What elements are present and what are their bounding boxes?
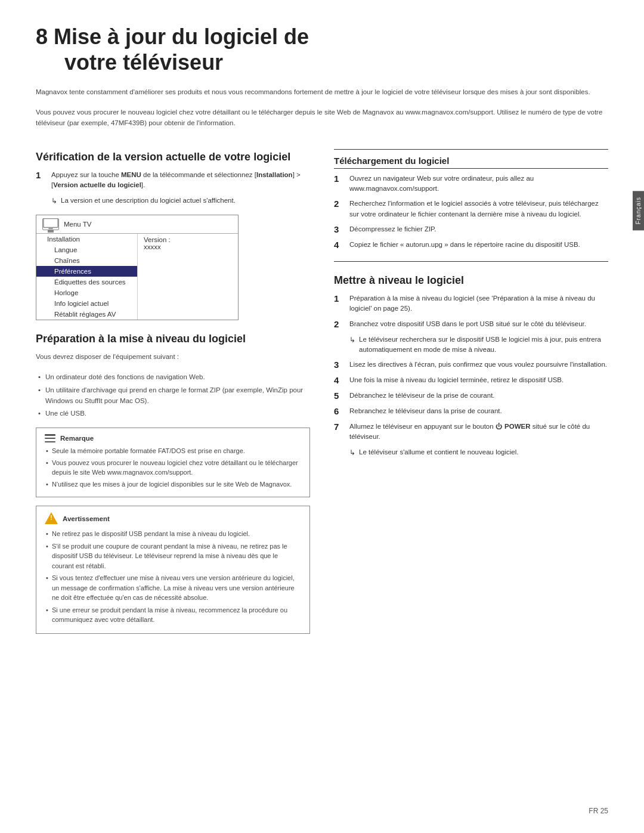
tv-icon (42, 218, 59, 230)
note-header: Remarque (45, 434, 301, 442)
warning-header: ! Avertissement (45, 512, 301, 525)
prep-bullet-2: Une clé USB. (36, 408, 310, 419)
verification-arrow-text: La version et une description du logicie… (61, 196, 236, 206)
tv-menu-header: Menu TV (36, 215, 238, 234)
tv-version-label: Version : (144, 236, 232, 243)
section-telechargement-title: Téléchargement du logiciel (334, 156, 608, 169)
tv-menu-item-6: Rétablit réglages AV (36, 309, 137, 320)
warning-box: ! Avertissement Ne retirez pas le dispos… (36, 506, 310, 634)
warning-label: Avertissement (63, 515, 110, 522)
tv-menu-item-5: Info logiciel actuel (36, 298, 137, 309)
mn-step-1: 1 Préparation à la mise à niveau du logi… (334, 293, 608, 314)
arrow-symbol: ↳ (51, 196, 57, 206)
verification-arrow-line: ↳ La version et une description du logic… (51, 196, 310, 206)
svg-rect-1 (48, 228, 52, 229)
warning-item-2: Si vous tentez d'effectuer une mise à ni… (45, 573, 301, 603)
note-list: Seule la mémoire portable formatée FAT/D… (45, 446, 301, 489)
tv-submenu-label: Installation (36, 234, 137, 244)
verification-steps: 1 Appuyez sur la touche MENU de la téléc… (36, 170, 310, 191)
note-item-1: Vous pouvez vous procurer le nouveau log… (45, 458, 301, 478)
mn-step1-text: Préparation à la mise à niveau du logici… (349, 293, 608, 314)
tel-step4-text: Copiez le fichier « autorun.upg » dans l… (349, 240, 608, 250)
tv-menu-body: Installation Langue Chaînes Préférences … (36, 234, 238, 320)
tel-step-4: 4 Copiez le fichier « autorun.upg » dans… (334, 240, 608, 250)
left-column: Vérification de la version actuelle de v… (36, 138, 310, 642)
note-item-0: Seule la mémoire portable formatée FAT/D… (45, 446, 301, 456)
tv-menu-left-panel: Installation Langue Chaînes Préférences … (36, 234, 138, 320)
tv-menu-item-4: Horloge (36, 287, 137, 298)
verification-step1-text: Appuyez sur la touche MENU de la télécom… (51, 171, 301, 188)
tv-menu-header-label: Menu TV (64, 221, 91, 228)
mn-step5-text: Débranchez le téléviseur de la prise de … (349, 391, 608, 401)
svg-rect-0 (44, 218, 58, 227)
tel-step-2: 2 Recherchez l'information et le logicie… (334, 199, 608, 219)
section-preparation-title: Préparation à la mise à niveau du logici… (36, 332, 310, 346)
page-footer: FR 25 (589, 807, 608, 815)
mn-step2-text: Branchez votre dispositif USB dans le po… (349, 319, 608, 329)
tel-step-1: 1 Ouvrez un navigateur Web sur votre ord… (334, 174, 608, 194)
prep-bullet-1: Un utilitaire d'archivage qui prend en c… (36, 385, 310, 407)
tv-menu-item-0: Langue (36, 244, 137, 255)
verification-step-1: 1 Appuyez sur la touche MENU de la téléc… (36, 170, 310, 191)
mn-step3-text: Lisez les directives à l'écran, puis con… (349, 360, 608, 370)
note-label: Remarque (60, 435, 94, 442)
mn-step7-arrow: ↳ Le téléviseur s'allume et contient le … (349, 447, 608, 458)
warning-icon: ! (45, 512, 58, 525)
mn-step-4: 4 Une fois la mise à niveau du logiciel … (334, 375, 608, 386)
tv-menu-item-preferences: Préférences (36, 266, 137, 277)
warning-item-1: S'il se produit une coupure de courant p… (45, 541, 301, 571)
warning-item-0: Ne retirez pas le dispositif USB pendant… (45, 529, 301, 539)
page-title: 8 Mise à jour du logiciel de votre télév… (36, 24, 608, 75)
telechargement-steps: 1 Ouvrez un navigateur Web sur votre ord… (334, 174, 608, 250)
preparation-bullet-list: Un ordinateur doté des fonctions de navi… (36, 372, 310, 419)
mn-step-7: 7 Allumez le téléviseur en appuyant sur … (334, 422, 608, 442)
note-icon (45, 434, 55, 442)
tv-menu-right-panel: Version : xxxxx (138, 234, 238, 320)
mn-step-2: 2 Branchez votre dispositif USB dans le … (334, 319, 608, 330)
right-column: Téléchargement du logiciel 1 Ouvrez un n… (334, 138, 608, 642)
mn-step-5: 5 Débranchez le téléviseur de la prise d… (334, 391, 608, 401)
intro-para2: Vous pouvez vous procurer le nouveau log… (36, 107, 608, 129)
preparation-intro: Vous devrez disposer de l'équipement sui… (36, 352, 310, 363)
side-tab: Français (633, 191, 644, 230)
mn-step4-text: Une fois la mise à niveau du logiciel te… (349, 375, 608, 385)
mn-step2-arrow-text: Le téléviseur recherchera sur le disposi… (359, 335, 608, 355)
tv-menu-item-3: Édiquettes des sources (36, 277, 137, 287)
two-column-layout: Vérification de la version actuelle de v… (36, 138, 608, 642)
tv-menu-item-1: Chaînes (36, 255, 137, 266)
warning-item-3: Si une erreur se produit pendant la mise… (45, 605, 301, 625)
arrow-symbol-3: ↳ (349, 447, 355, 458)
mn-step-3: 3 Lisez les directives à l'écran, puis c… (334, 360, 608, 370)
prep-bullet-0: Un ordinateur doté des fonctions de navi… (36, 372, 310, 383)
section-verification-title: Vérification de la version actuelle de v… (36, 150, 310, 164)
mn-step-6: 6 Rebranchez le téléviseur dans la prise… (334, 406, 608, 417)
tv-menu-screenshot: Menu TV Installation Langue Chaînes Préf… (36, 215, 239, 320)
page-container: Français 8 Mise à jour du logiciel de vo… (0, 0, 644, 833)
warning-list: Ne retirez pas le dispositif USB pendant… (45, 529, 301, 625)
mettre-niveau-steps-cont: 3 Lisez les directives à l'écran, puis c… (334, 360, 608, 442)
tel-step-3: 3 Décompressez le fichier ZIP. (334, 224, 608, 235)
mn-step7-arrow-text: Le téléviseur s'allume et contient le no… (359, 447, 519, 457)
section-mettre-niveau-title: Mettre à niveau le logiciel (334, 274, 608, 287)
mn-step6-text: Rebranchez le téléviseur dans la prise d… (349, 406, 608, 416)
tel-step3-text: Décompressez le fichier ZIP. (349, 224, 608, 234)
note-box: Remarque Seule la mémoire portable forma… (36, 428, 310, 497)
divider-telechargement (334, 149, 608, 150)
divider-mettre-niveau (334, 261, 608, 262)
tel-step2-text: Recherchez l'information et le logiciel … (349, 199, 608, 219)
tel-step1-text: Ouvrez un navigateur Web sur votre ordin… (349, 174, 608, 194)
mn-step2-arrow: ↳ Le téléviseur recherchera sur le dispo… (349, 335, 608, 355)
intro-para1: Magnavox tente constamment d'améliorer s… (36, 87, 608, 98)
tv-version-value: xxxxx (144, 243, 232, 250)
note-item-2: N'utilisez que les mises à jour de logic… (45, 479, 301, 490)
mn-step7-text: Allumez le téléviseur en appuyant sur le… (349, 422, 608, 442)
mettre-niveau-steps: 1 Préparation à la mise à niveau du logi… (334, 293, 608, 330)
arrow-symbol-2: ↳ (349, 335, 355, 345)
